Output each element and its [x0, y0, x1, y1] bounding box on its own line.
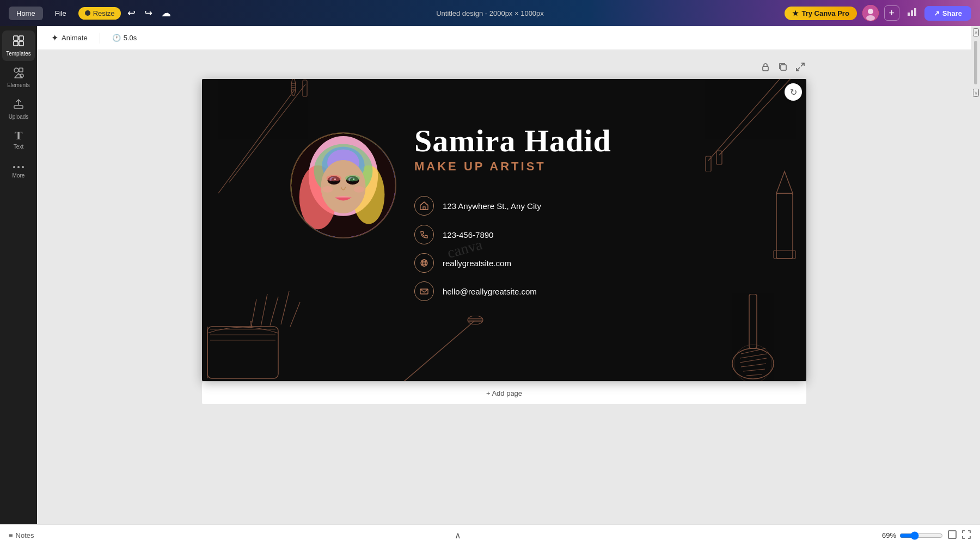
svg-rect-5 [914, 8, 916, 16]
star-icon: ★ [792, 9, 799, 17]
svg-point-17 [22, 166, 24, 168]
svg-line-54 [740, 358, 767, 363]
top-bar-right: ★ Try Canva Pro + ↗ Share [785, 5, 971, 21]
share-icon: ↗ [934, 9, 940, 17]
sidebar-item-uploads[interactable]: Uploads [2, 94, 35, 124]
home-button[interactable]: Home [9, 7, 43, 20]
svg-point-15 [13, 166, 15, 168]
svg-line-24 [218, 90, 295, 193]
uploads-icon [13, 98, 24, 112]
portrait-circle [290, 132, 396, 238]
address-text: 123 Anywhere St., Any City [443, 201, 541, 211]
animate-button[interactable]: ✦ Animate [46, 30, 93, 46]
redo-button[interactable]: ↪ [142, 5, 155, 21]
svg-rect-83 [423, 207, 425, 210]
zoom-slider[interactable] [899, 531, 943, 540]
bottom-left: ≡ Notes [9, 531, 34, 539]
svg-point-80 [345, 175, 360, 181]
scroll-up-button[interactable]: ∧ [973, 28, 979, 36]
svg-point-1 [868, 9, 873, 14]
sidebar-item-text[interactable]: T Text [2, 125, 35, 154]
contact-email-row: hello@reallygreatsite.com [414, 281, 537, 301]
share-button[interactable]: ↗ Share [924, 6, 971, 21]
resize-canvas-icon [795, 62, 805, 72]
undo-button[interactable]: ↩ [125, 5, 138, 21]
refresh-button[interactable]: ↻ [785, 83, 802, 101]
page-view-icon [947, 530, 957, 539]
notes-button[interactable]: ≡ Notes [9, 531, 34, 539]
sidebar-uploads-label: Uploads [9, 114, 29, 120]
phone-svg-icon [420, 230, 428, 239]
website-icon [414, 253, 434, 273]
zoom-level: 69% [882, 531, 896, 539]
cloud-save-button[interactable]: ☁ [159, 5, 173, 21]
duration-button[interactable]: 🕐 5.0s [107, 31, 143, 45]
svg-rect-8 [14, 41, 18, 46]
svg-line-45 [398, 321, 474, 381]
portrait-svg [291, 132, 395, 238]
svg-rect-7 [19, 36, 23, 40]
resize-button[interactable]: Resize [78, 7, 121, 20]
svg-rect-11 [19, 68, 23, 72]
duplicate-button[interactable] [777, 61, 789, 76]
card-name[interactable]: Samira Hadid [414, 122, 611, 159]
analytics-button[interactable] [905, 5, 919, 21]
sidebar-item-templates[interactable]: Templates [2, 30, 35, 61]
svg-line-44 [290, 302, 300, 327]
svg-rect-4 [911, 10, 913, 16]
toolbar-divider [100, 33, 100, 44]
chevron-up-icon: ∧ [455, 531, 461, 540]
scroll-thumb[interactable] [974, 41, 977, 84]
svg-point-82 [354, 186, 365, 193]
sidebar-item-elements[interactable]: Elements [2, 62, 35, 93]
page-view-button[interactable] [947, 530, 957, 542]
sidebar-text-label: Text [14, 144, 23, 150]
card-title[interactable]: MAKE UP ARTIST [414, 159, 546, 174]
contact-website-row: reallygreatsite.com [414, 253, 511, 273]
add-collaborator-button[interactable]: + [884, 5, 899, 21]
document-title: Untitled design - 2000px × 1000px [436, 9, 544, 17]
website-text: reallygreatsite.com [443, 259, 511, 268]
avatar[interactable] [862, 5, 879, 21]
add-page-button[interactable]: + Add page [202, 382, 806, 404]
top-bar-left: Home File Resize ↩ ↪ ☁ [9, 5, 173, 21]
globe-icon [420, 259, 428, 267]
scroll-down-button[interactable]: ∨ [973, 89, 979, 97]
main-layout: Templates Elements Uploads [0, 26, 980, 524]
svg-point-81 [322, 186, 333, 193]
email-icon [414, 281, 434, 301]
svg-line-20 [797, 68, 800, 71]
fullscreen-button[interactable] [961, 530, 971, 542]
svg-rect-59 [776, 193, 793, 259]
canvas-top-controls [202, 61, 806, 76]
bottom-center-deco [387, 316, 485, 381]
portrait-image [291, 133, 395, 237]
svg-rect-9 [19, 41, 23, 46]
sidebar-item-more[interactable]: More [2, 155, 35, 183]
svg-line-32 [708, 79, 785, 161]
home-icon [420, 201, 428, 210]
svg-line-21 [801, 63, 804, 66]
resize-canvas-button[interactable] [794, 61, 806, 76]
canvas-wrapper[interactable]: canva Samira Hadid MAKE UP ARTIST 123 An… [37, 50, 971, 524]
svg-rect-90 [948, 531, 956, 538]
design-canvas[interactable]: canva Samira Hadid MAKE UP ARTIST 123 An… [202, 79, 806, 381]
contact-address-row: 123 Anywhere St., Any City [414, 196, 541, 216]
file-button[interactable]: File [47, 7, 74, 20]
svg-line-43 [281, 291, 289, 324]
svg-rect-34 [207, 327, 278, 378]
bottom-bar: ≡ Notes ∧ 69% [0, 524, 980, 546]
phone-text: 123-456-7890 [443, 230, 493, 240]
lock-button[interactable] [759, 61, 771, 76]
collapse-button[interactable]: ∧ [455, 530, 461, 541]
sidebar-more-label: More [13, 173, 25, 179]
try-canva-pro-button[interactable]: ★ Try Canva Pro [785, 7, 856, 20]
svg-rect-19 [781, 65, 786, 70]
sidebar: Templates Elements Uploads [0, 26, 37, 524]
sidebar-templates-label: Templates [6, 51, 31, 57]
svg-marker-60 [776, 171, 793, 193]
right-scrollbar: ∧ ∨ [971, 26, 980, 524]
svg-line-42 [270, 297, 278, 326]
svg-line-56 [743, 369, 765, 371]
bottom-left-deco [202, 283, 344, 381]
